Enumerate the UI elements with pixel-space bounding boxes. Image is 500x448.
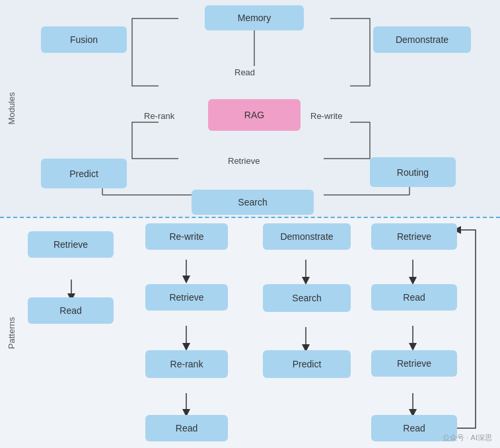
predict-box: Predict [41,159,127,188]
diagram-wrapper: Modules [0,0,500,448]
read-label: Read [234,67,255,77]
col2-retrieve-box: Retrieve [145,284,228,311]
col3-search-box: Search [263,284,351,312]
col2-read-box: Read [145,415,228,441]
memory-box: Memory [205,5,304,30]
col4-retrieve-top-box: Retrieve [371,223,457,250]
patterns-section: Patterns Retrie [0,218,500,448]
col2-rerank-box: Re-rank [145,350,228,378]
patterns-label: Patterns [7,317,17,349]
demonstrate-box: Demonstrate [373,26,471,53]
modules-label: Modules [7,92,17,124]
rag-box: RAG [208,99,301,131]
col4-read-box: Read [371,284,457,311]
rewrite-label: Re-write [310,111,342,121]
routing-box: Routing [370,157,456,187]
retrieve-label: Retrieve [228,156,260,166]
col1-retrieve-box: Retrieve [28,231,114,258]
col2-rewrite-box: Re-write [145,223,228,250]
fusion-box: Fusion [41,26,127,53]
search-top-box: Search [192,190,314,215]
modules-section: Modules [0,0,500,218]
col4-retrieve-bottom-box: Retrieve [371,350,457,377]
watermark: 公众号 · AI深思 [443,433,492,443]
rerank-label: Re-rank [144,111,174,121]
col1-read-box: Read [28,297,114,324]
col3-predict-box: Predict [263,350,351,378]
col3-demonstrate-box: Demonstrate [263,223,351,250]
